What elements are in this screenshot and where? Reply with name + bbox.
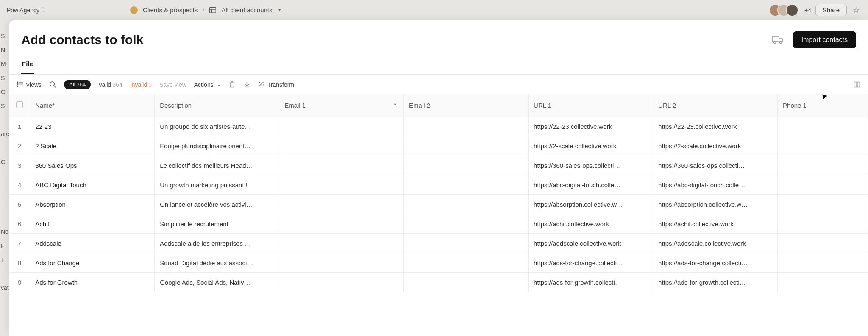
cell-email2[interactable] [404, 194, 529, 214]
cell-phone1[interactable] [778, 175, 868, 194]
cell-description[interactable]: Squad Digital dédié aux associ… [155, 253, 279, 272]
cell-name[interactable]: Ads for Growth [30, 272, 155, 292]
cell-url2[interactable]: https://absorption.collective.w… [653, 194, 778, 214]
cell-url2[interactable]: https://22-23.collective.work [653, 117, 778, 136]
avatar-overflow-count[interactable]: +4 [804, 7, 811, 14]
table-row[interactable]: 5AbsorptionOn lance et accélère vos acti… [9, 194, 868, 214]
transform-button[interactable]: Transform [258, 81, 294, 89]
table-row[interactable]: 7AddscaleAddscale aide les entreprises …… [9, 233, 868, 253]
cell-url1[interactable]: https://22-23.collective.work [529, 117, 653, 136]
cell-url2[interactable]: https://360-sales-ops.collecti… [653, 156, 778, 175]
cell-email1[interactable] [279, 233, 404, 253]
cell-name[interactable]: Absorption [30, 194, 155, 214]
column-header-email1[interactable]: Email 1 ⌃ [279, 94, 404, 117]
cell-name[interactable]: 22-23 [30, 117, 155, 136]
column-header-url2[interactable]: URL 2 [653, 94, 778, 117]
cell-description[interactable]: Un growth marketing puissant ! [155, 175, 279, 194]
table-row[interactable]: 8Ads for ChangeSquad Digital dédié aux a… [9, 253, 868, 272]
cell-description[interactable]: Un groupe de six artistes-aute… [155, 117, 279, 136]
table-row[interactable]: 4ABC Digital TouchUn growth marketing pu… [9, 175, 868, 194]
cell-phone1[interactable] [778, 194, 868, 214]
column-header-name[interactable]: Name* [30, 94, 155, 117]
column-header-description[interactable]: Description [155, 94, 279, 117]
cell-url1[interactable]: https://achil.collective.work [529, 214, 653, 233]
cell-url1[interactable]: https://abc-digital-touch.colle… [529, 175, 653, 194]
select-all-header[interactable] [9, 94, 30, 117]
cell-description[interactable]: Google Ads, Social Ads, Nativ… [155, 272, 279, 292]
avatar-stack[interactable] [773, 4, 798, 17]
cell-description[interactable]: Simplifier le recrutement [155, 214, 279, 233]
table-row[interactable]: 122-23Un groupe de six artistes-aute…htt… [9, 117, 868, 136]
cell-name[interactable]: ABC Digital Touch [30, 175, 155, 194]
cell-email2[interactable] [404, 156, 529, 175]
column-header-email2[interactable]: Email 2 [404, 94, 529, 117]
cell-email2[interactable] [404, 175, 529, 194]
delete-button[interactable] [228, 81, 236, 88]
cell-email1[interactable] [279, 156, 404, 175]
share-button[interactable]: Share [815, 4, 847, 16]
cell-url1[interactable]: https://ads-for-change.collecti… [529, 253, 653, 272]
cell-email1[interactable] [279, 214, 404, 233]
table-row[interactable]: 22 ScaleEquipe pluridisciplinaire orient… [9, 136, 868, 156]
star-icon[interactable]: ☆ [853, 6, 860, 15]
cell-email1[interactable] [279, 117, 404, 136]
table-row[interactable]: 9Ads for GrowthGoogle Ads, Social Ads, N… [9, 272, 868, 292]
cell-name[interactable]: Ads for Change [30, 253, 155, 272]
actions-dropdown[interactable]: Actions ⌄ [194, 81, 221, 88]
cell-url2[interactable]: https://ads-for-growth.collecti… [653, 272, 778, 292]
filter-valid[interactable]: Valid364 [98, 81, 122, 88]
cell-email2[interactable] [404, 272, 529, 292]
cell-email1[interactable] [279, 194, 404, 214]
cell-name[interactable]: 360 Sales Ops [30, 156, 155, 175]
cell-email2[interactable] [404, 117, 529, 136]
table-row[interactable]: 6AchilSimplifier le recrutementhttps://a… [9, 214, 868, 233]
search-button[interactable] [49, 81, 56, 88]
cell-email2[interactable] [404, 136, 529, 156]
cell-phone1[interactable] [778, 214, 868, 233]
cell-name[interactable]: Addscale [30, 233, 155, 253]
filter-pill-all[interactable]: All364 [64, 80, 91, 89]
cell-email2[interactable] [404, 253, 529, 272]
cell-description[interactable]: On lance et accélère vos activi… [155, 194, 279, 214]
cell-email1[interactable] [279, 253, 404, 272]
tab-file[interactable]: File [21, 57, 34, 74]
breadcrumb-view[interactable]: All client accounts [221, 6, 272, 14]
cell-description[interactable]: Addscale aide les entreprises … [155, 233, 279, 253]
views-button[interactable]: Views [17, 81, 42, 89]
cell-url2[interactable]: https://achil.collective.work [653, 214, 778, 233]
cell-email2[interactable] [404, 233, 529, 253]
column-header-phone1[interactable]: Phone 1 [778, 94, 868, 117]
cell-url1[interactable]: https://absorption.collective.w… [529, 194, 653, 214]
select-all-checkbox[interactable] [16, 101, 23, 108]
cell-url2[interactable]: https://ads-for-change.collecti… [653, 253, 778, 272]
cell-phone1[interactable] [778, 117, 868, 136]
cell-url1[interactable]: https://ads-for-growth.collecti… [529, 272, 653, 292]
import-contacts-button[interactable]: Import contacts [793, 31, 856, 48]
cell-url2[interactable]: https://2-scale.collective.work [653, 136, 778, 156]
table-row[interactable]: 3360 Sales OpsLe collectif des meilleurs… [9, 156, 868, 175]
columns-icon[interactable] [853, 81, 860, 88]
cell-email1[interactable] [279, 175, 404, 194]
workspace-switcher[interactable]: Pow Agency ⌃⌄ [7, 7, 45, 14]
cell-description[interactable]: Equipe pluridisciplinaire orient… [155, 136, 279, 156]
cell-name[interactable]: 2 Scale [30, 136, 155, 156]
cell-url2[interactable]: https://addscale.collective.work [653, 233, 778, 253]
cell-phone1[interactable] [778, 253, 868, 272]
cell-url2[interactable]: https://abc-digital-touch.colle… [653, 175, 778, 194]
filter-invalid[interactable]: Invalid0 [130, 81, 152, 88]
cell-name[interactable]: Achil [30, 214, 155, 233]
download-button[interactable] [243, 81, 250, 88]
cell-phone1[interactable] [778, 156, 868, 175]
cell-phone1[interactable] [778, 136, 868, 156]
cell-description[interactable]: Le collectif des meilleurs Head… [155, 156, 279, 175]
cell-url1[interactable]: https://2-scale.collective.work [529, 136, 653, 156]
breadcrumb-group[interactable]: Clients & prospects [143, 6, 198, 14]
column-header-url1[interactable]: URL 1 [529, 94, 653, 117]
cell-email1[interactable] [279, 136, 404, 156]
cell-url1[interactable]: https://addscale.collective.work [529, 233, 653, 253]
cell-phone1[interactable] [778, 233, 868, 253]
cell-email1[interactable] [279, 272, 404, 292]
cell-url1[interactable]: https://360-sales-ops.collecti… [529, 156, 653, 175]
cell-phone1[interactable] [778, 272, 868, 292]
cell-email2[interactable] [404, 214, 529, 233]
